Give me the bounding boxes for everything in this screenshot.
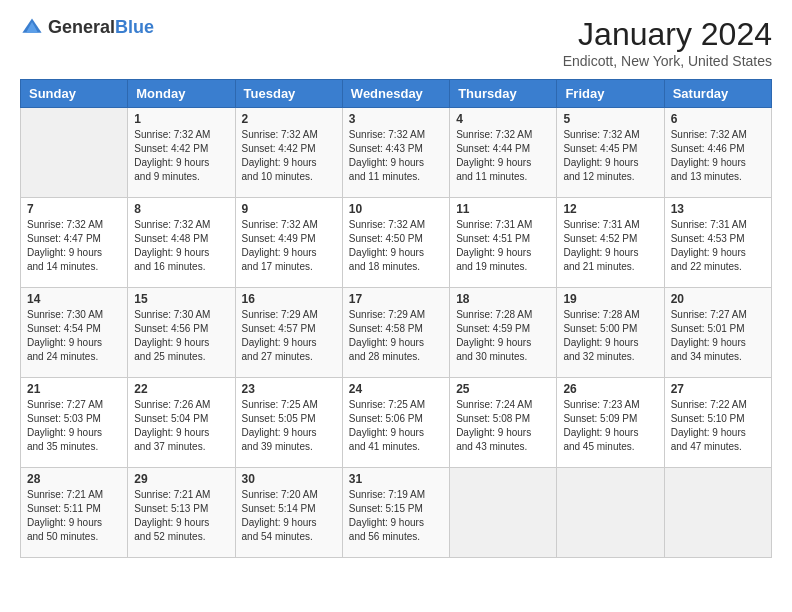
sunset-text: Sunset: 5:03 PM	[27, 412, 121, 426]
day-number: 6	[671, 112, 765, 126]
day-info: Sunrise: 7:31 AM Sunset: 4:53 PM Dayligh…	[671, 218, 765, 274]
calendar-cell: 10 Sunrise: 7:32 AM Sunset: 4:50 PM Dayl…	[342, 198, 449, 288]
calendar-table: Sunday Monday Tuesday Wednesday Thursday…	[20, 79, 772, 558]
sunrise-text: Sunrise: 7:32 AM	[134, 128, 228, 142]
day-number: 15	[134, 292, 228, 306]
day-number: 25	[456, 382, 550, 396]
daylight-text: Daylight: 9 hours and 9 minutes.	[134, 156, 228, 184]
daylight-text: Daylight: 9 hours and 11 minutes.	[456, 156, 550, 184]
calendar-cell: 7 Sunrise: 7:32 AM Sunset: 4:47 PM Dayli…	[21, 198, 128, 288]
sunset-text: Sunset: 4:56 PM	[134, 322, 228, 336]
calendar-cell: 22 Sunrise: 7:26 AM Sunset: 5:04 PM Dayl…	[128, 378, 235, 468]
sunrise-text: Sunrise: 7:28 AM	[456, 308, 550, 322]
sunrise-text: Sunrise: 7:32 AM	[242, 128, 336, 142]
calendar-cell	[21, 108, 128, 198]
day-info: Sunrise: 7:28 AM Sunset: 5:00 PM Dayligh…	[563, 308, 657, 364]
sunset-text: Sunset: 4:58 PM	[349, 322, 443, 336]
calendar-cell: 21 Sunrise: 7:27 AM Sunset: 5:03 PM Dayl…	[21, 378, 128, 468]
sunrise-text: Sunrise: 7:32 AM	[349, 128, 443, 142]
day-number: 11	[456, 202, 550, 216]
sunrise-text: Sunrise: 7:23 AM	[563, 398, 657, 412]
day-info: Sunrise: 7:24 AM Sunset: 5:08 PM Dayligh…	[456, 398, 550, 454]
day-number: 30	[242, 472, 336, 486]
day-info: Sunrise: 7:20 AM Sunset: 5:14 PM Dayligh…	[242, 488, 336, 544]
day-info: Sunrise: 7:29 AM Sunset: 4:57 PM Dayligh…	[242, 308, 336, 364]
day-number: 17	[349, 292, 443, 306]
daylight-text: Daylight: 9 hours and 56 minutes.	[349, 516, 443, 544]
sunrise-text: Sunrise: 7:32 AM	[242, 218, 336, 232]
sunset-text: Sunset: 5:08 PM	[456, 412, 550, 426]
day-info: Sunrise: 7:31 AM Sunset: 4:51 PM Dayligh…	[456, 218, 550, 274]
sunset-text: Sunset: 4:51 PM	[456, 232, 550, 246]
calendar-cell: 6 Sunrise: 7:32 AM Sunset: 4:46 PM Dayli…	[664, 108, 771, 198]
title-section: January 2024 Endicott, New York, United …	[563, 16, 772, 69]
sunrise-text: Sunrise: 7:21 AM	[27, 488, 121, 502]
day-number: 13	[671, 202, 765, 216]
sunset-text: Sunset: 4:42 PM	[134, 142, 228, 156]
day-info: Sunrise: 7:26 AM Sunset: 5:04 PM Dayligh…	[134, 398, 228, 454]
sunset-text: Sunset: 5:00 PM	[563, 322, 657, 336]
logo-text: GeneralBlue	[48, 18, 154, 38]
day-number: 24	[349, 382, 443, 396]
sunset-text: Sunset: 4:44 PM	[456, 142, 550, 156]
sunset-text: Sunset: 4:57 PM	[242, 322, 336, 336]
day-info: Sunrise: 7:29 AM Sunset: 4:58 PM Dayligh…	[349, 308, 443, 364]
daylight-text: Daylight: 9 hours and 16 minutes.	[134, 246, 228, 274]
sunset-text: Sunset: 4:43 PM	[349, 142, 443, 156]
sunset-text: Sunset: 4:52 PM	[563, 232, 657, 246]
sunrise-text: Sunrise: 7:24 AM	[456, 398, 550, 412]
day-number: 9	[242, 202, 336, 216]
daylight-text: Daylight: 9 hours and 11 minutes.	[349, 156, 443, 184]
sunrise-text: Sunrise: 7:31 AM	[671, 218, 765, 232]
sunset-text: Sunset: 5:11 PM	[27, 502, 121, 516]
day-number: 27	[671, 382, 765, 396]
sunrise-text: Sunrise: 7:19 AM	[349, 488, 443, 502]
sunset-text: Sunset: 5:01 PM	[671, 322, 765, 336]
sunrise-text: Sunrise: 7:32 AM	[27, 218, 121, 232]
day-number: 23	[242, 382, 336, 396]
sunrise-text: Sunrise: 7:25 AM	[242, 398, 336, 412]
sunrise-text: Sunrise: 7:26 AM	[134, 398, 228, 412]
sunrise-text: Sunrise: 7:27 AM	[671, 308, 765, 322]
day-number: 19	[563, 292, 657, 306]
day-number: 10	[349, 202, 443, 216]
day-number: 28	[27, 472, 121, 486]
sunrise-text: Sunrise: 7:28 AM	[563, 308, 657, 322]
daylight-text: Daylight: 9 hours and 52 minutes.	[134, 516, 228, 544]
sunset-text: Sunset: 4:47 PM	[27, 232, 121, 246]
header-sunday: Sunday	[21, 80, 128, 108]
day-info: Sunrise: 7:23 AM Sunset: 5:09 PM Dayligh…	[563, 398, 657, 454]
header-wednesday: Wednesday	[342, 80, 449, 108]
day-info: Sunrise: 7:32 AM Sunset: 4:48 PM Dayligh…	[134, 218, 228, 274]
sunset-text: Sunset: 5:05 PM	[242, 412, 336, 426]
day-number: 4	[456, 112, 550, 126]
week-row-1: 1 Sunrise: 7:32 AM Sunset: 4:42 PM Dayli…	[21, 108, 772, 198]
daylight-text: Daylight: 9 hours and 41 minutes.	[349, 426, 443, 454]
day-info: Sunrise: 7:21 AM Sunset: 5:13 PM Dayligh…	[134, 488, 228, 544]
calendar-cell: 5 Sunrise: 7:32 AM Sunset: 4:45 PM Dayli…	[557, 108, 664, 198]
day-info: Sunrise: 7:30 AM Sunset: 4:56 PM Dayligh…	[134, 308, 228, 364]
calendar-cell: 11 Sunrise: 7:31 AM Sunset: 4:51 PM Dayl…	[450, 198, 557, 288]
day-number: 20	[671, 292, 765, 306]
header-thursday: Thursday	[450, 80, 557, 108]
day-number: 5	[563, 112, 657, 126]
day-info: Sunrise: 7:27 AM Sunset: 5:01 PM Dayligh…	[671, 308, 765, 364]
calendar-cell: 28 Sunrise: 7:21 AM Sunset: 5:11 PM Dayl…	[21, 468, 128, 558]
calendar-cell: 20 Sunrise: 7:27 AM Sunset: 5:01 PM Dayl…	[664, 288, 771, 378]
calendar-cell: 14 Sunrise: 7:30 AM Sunset: 4:54 PM Dayl…	[21, 288, 128, 378]
daylight-text: Daylight: 9 hours and 13 minutes.	[671, 156, 765, 184]
sunset-text: Sunset: 4:53 PM	[671, 232, 765, 246]
sunrise-text: Sunrise: 7:32 AM	[563, 128, 657, 142]
daylight-text: Daylight: 9 hours and 50 minutes.	[27, 516, 121, 544]
daylight-text: Daylight: 9 hours and 12 minutes.	[563, 156, 657, 184]
calendar-cell: 4 Sunrise: 7:32 AM Sunset: 4:44 PM Dayli…	[450, 108, 557, 198]
sunset-text: Sunset: 5:14 PM	[242, 502, 336, 516]
sunrise-text: Sunrise: 7:21 AM	[134, 488, 228, 502]
sunrise-text: Sunrise: 7:31 AM	[563, 218, 657, 232]
sunrise-text: Sunrise: 7:32 AM	[349, 218, 443, 232]
sunset-text: Sunset: 4:54 PM	[27, 322, 121, 336]
calendar-cell: 24 Sunrise: 7:25 AM Sunset: 5:06 PM Dayl…	[342, 378, 449, 468]
daylight-text: Daylight: 9 hours and 32 minutes.	[563, 336, 657, 364]
calendar-cell: 25 Sunrise: 7:24 AM Sunset: 5:08 PM Dayl…	[450, 378, 557, 468]
sunrise-text: Sunrise: 7:20 AM	[242, 488, 336, 502]
